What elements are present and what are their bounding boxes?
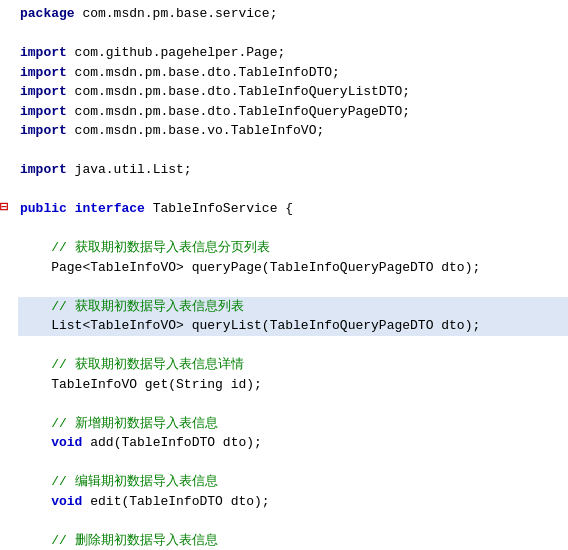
token-plain xyxy=(20,531,51,551)
code-line: void edit(TableInfoDTO dto); xyxy=(18,492,568,512)
code-line: import com.msdn.pm.base.dto.TableInfoQue… xyxy=(18,82,568,102)
token-plain: com.msdn.pm.base.dto.TableInfoQueryPageD… xyxy=(67,102,410,122)
token-comment: // 新增期初数据导入表信息 xyxy=(51,414,217,434)
token-plain xyxy=(20,414,51,434)
code-line xyxy=(18,511,568,531)
code-line: package com.msdn.pm.base.service; xyxy=(18,4,568,24)
token-plain: com.github.pagehelper.Page; xyxy=(67,43,285,63)
code-line xyxy=(18,336,568,356)
code-line xyxy=(18,219,568,239)
token-plain xyxy=(20,433,51,453)
code-line: TableInfoVO get(String id); xyxy=(18,375,568,395)
token-kw-import: import xyxy=(20,43,67,63)
token-kw-import: import xyxy=(20,102,67,122)
token-comment: // 获取期初数据导入表信息列表 xyxy=(51,297,243,317)
token-kw-package: package xyxy=(20,4,75,24)
token-plain xyxy=(20,472,51,492)
code-line: // 删除期初数据导入表信息 xyxy=(18,531,568,551)
token-kw-import: import xyxy=(20,160,67,180)
code-line: List<TableInfoVO> queryList(TableInfoQue… xyxy=(18,316,568,336)
token-plain: TableInfoService { xyxy=(145,199,293,219)
token-plain: Page<TableInfoVO> queryPage(TableInfoQue… xyxy=(20,258,480,278)
code-line xyxy=(18,277,568,297)
token-plain xyxy=(20,238,51,258)
token-plain: add(TableInfoDTO dto); xyxy=(82,433,261,453)
code-line: // 新增期初数据导入表信息 xyxy=(18,414,568,434)
code-line: import com.msdn.pm.base.vo.TableInfoVO; xyxy=(18,121,568,141)
code-line xyxy=(18,453,568,473)
token-kw-interface: interface xyxy=(75,199,145,219)
code-content: ⊟ package com.msdn.pm.base.service; impo… xyxy=(0,0,568,550)
token-kw-void: void xyxy=(51,433,82,453)
token-kw-void: void xyxy=(51,492,82,512)
code-line: // 获取期初数据导入表信息分页列表 xyxy=(18,238,568,258)
token-plain: com.msdn.pm.base.dto.TableInfoDTO; xyxy=(67,63,340,83)
gutter-marker-line11: ⊟ xyxy=(0,199,8,217)
code-line xyxy=(18,394,568,414)
code-line xyxy=(18,24,568,44)
code-line xyxy=(18,180,568,200)
token-kw-import: import xyxy=(20,121,67,141)
token-plain: com.msdn.pm.base.dto.TableInfoQueryListD… xyxy=(67,82,410,102)
code-editor: ⊟ package com.msdn.pm.base.service; impo… xyxy=(0,0,568,550)
code-line: import java.util.List; xyxy=(18,160,568,180)
token-comment: // 编辑期初数据导入表信息 xyxy=(51,472,217,492)
token-plain xyxy=(67,199,75,219)
token-plain: com.msdn.pm.base.vo.TableInfoVO; xyxy=(67,121,324,141)
code-line: // 编辑期初数据导入表信息 xyxy=(18,472,568,492)
token-plain xyxy=(20,355,51,375)
token-plain: java.util.List; xyxy=(67,160,192,180)
code-lines[interactable]: package com.msdn.pm.base.service; import… xyxy=(14,0,568,550)
token-plain xyxy=(20,492,51,512)
token-comment: // 获取期初数据导入表信息分页列表 xyxy=(51,238,269,258)
token-plain: TableInfoVO get(String id); xyxy=(20,375,262,395)
token-kw-import: import xyxy=(20,82,67,102)
code-line: void add(TableInfoDTO dto); xyxy=(18,433,568,453)
token-plain: com.msdn.pm.base.service; xyxy=(75,4,278,24)
token-comment: // 获取期初数据导入表信息详情 xyxy=(51,355,243,375)
token-plain: List<TableInfoVO> queryList(TableInfoQue… xyxy=(20,316,480,336)
token-plain: edit(TableInfoDTO dto); xyxy=(82,492,269,512)
token-kw-public: public xyxy=(20,199,67,219)
code-line: // 获取期初数据导入表信息详情 xyxy=(18,355,568,375)
code-line xyxy=(18,141,568,161)
code-line: // 获取期初数据导入表信息列表 xyxy=(18,297,568,317)
code-line: Page<TableInfoVO> queryPage(TableInfoQue… xyxy=(18,258,568,278)
code-line: import com.github.pagehelper.Page; xyxy=(18,43,568,63)
gutter: ⊟ xyxy=(0,0,14,550)
code-line: import com.msdn.pm.base.dto.TableInfoQue… xyxy=(18,102,568,122)
token-kw-import: import xyxy=(20,63,67,83)
code-line: import com.msdn.pm.base.dto.TableInfoDTO… xyxy=(18,63,568,83)
token-plain xyxy=(20,297,51,317)
code-line: public interface TableInfoService { xyxy=(18,199,568,219)
token-comment: // 删除期初数据导入表信息 xyxy=(51,531,217,551)
